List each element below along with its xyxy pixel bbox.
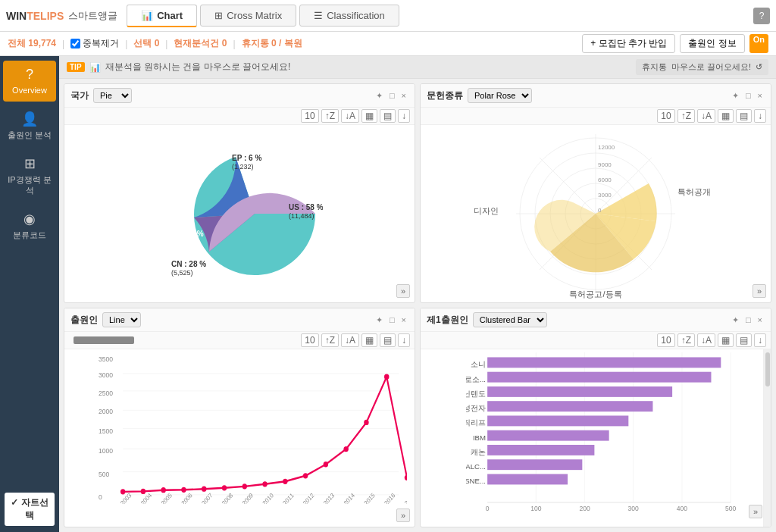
top-applicant-download-icon[interactable]: ↓ [754, 333, 766, 347]
dp-2008 [222, 485, 227, 490]
applicant-sort-desc[interactable]: ↓A [341, 333, 359, 347]
dp-2009 [242, 483, 247, 489]
tab-chart[interactable]: 📊 Chart [127, 5, 197, 27]
rest-count: 0 [271, 38, 277, 49]
rest-label: 휴지통 [242, 38, 269, 49]
applicant-settings-icon[interactable]: ✦ [374, 315, 385, 326]
applicant-chart-type-select[interactable]: Line Bar Pie [102, 312, 141, 327]
country-table-icon[interactable]: ▤ [380, 109, 396, 123]
tab-cross-matrix[interactable]: ⊞ Cross Matrix [200, 5, 296, 27]
doctype-num10-icon[interactable]: 10 [657, 109, 674, 123]
sidebar-ip-label: IP경쟁력 분석 [6, 175, 53, 195]
tab-classification[interactable]: ☰ Classification [299, 5, 399, 27]
chart-select-button[interactable]: ✓ 자트선택 [5, 493, 55, 526]
x-2015: 2015 [363, 491, 377, 504]
dedup-checkbox[interactable]: 중복제거 [70, 37, 119, 50]
classify-icon: ◉ [23, 211, 36, 227]
top-applicant-chart-icon[interactable]: ▦ [718, 333, 734, 347]
country-expand-button[interactable]: » [396, 284, 410, 298]
applicant-info-button[interactable]: 출원인 정보 [680, 34, 744, 53]
applicant-panel-body: 0 500 1000 1500 2000 2500 3000 3500 [64, 349, 415, 527]
x-500: 500 [725, 505, 737, 512]
dedup-check[interactable] [70, 39, 80, 49]
country-window-icon[interactable]: □ [387, 90, 397, 101]
top-applicant-sort-desc[interactable]: ↓A [697, 333, 715, 347]
bar-label-nintendo: 닌텐도 [466, 390, 486, 398]
applicant-window-icon[interactable]: □ [387, 315, 397, 325]
doctype-sort-asc[interactable]: ↑Z [677, 109, 695, 123]
bar-samsung [487, 401, 652, 412]
polar-patent-open-label: 특허공개 [677, 187, 711, 196]
dp-2006 [181, 487, 186, 493]
top-applicant-num10-icon[interactable]: 10 [657, 333, 674, 347]
sidebar-item-overview[interactable]: ? Overview [3, 61, 56, 102]
bar-qualc [487, 459, 582, 470]
nav-tabs: 📊 Chart ⊞ Cross Matrix ☰ Classification [127, 5, 753, 27]
doctype-table-icon[interactable]: ▤ [736, 109, 752, 123]
refresh-icon[interactable]: ↺ [756, 62, 762, 72]
add-group-button[interactable]: + 모집단 추가 반입 [582, 34, 675, 53]
applicant-chart-icon[interactable]: ▦ [361, 333, 377, 347]
top-applicant-chart-type-select[interactable]: Clustered Bar Bar Line [473, 312, 547, 327]
chart-tab-label: Chart [157, 10, 183, 21]
doctype-chart-type-select[interactable]: Polar Rose Bar Line [468, 88, 532, 103]
y-2500: 2500 [99, 389, 113, 397]
applicant-close-icon[interactable]: × [399, 315, 408, 325]
applicant-sort-asc[interactable]: ↑Z [321, 333, 339, 347]
country-num10-icon[interactable]: 10 [301, 109, 318, 123]
us-label: US : 58 % [289, 203, 323, 211]
help-button[interactable]: ? [753, 8, 770, 24]
country-download-icon[interactable]: ↓ [398, 109, 410, 123]
x-2013: 2013 [322, 491, 336, 504]
analysis-label: 현재분석건 [174, 38, 219, 49]
logo-smart: 스마트앵글 [68, 9, 117, 23]
dp-2016 [384, 374, 389, 380]
top-applicant-expand-button[interactable]: » [749, 505, 762, 518]
doctype-close-icon[interactable]: × [756, 90, 765, 101]
applicant-num10-icon[interactable]: 10 [301, 333, 318, 347]
top-applicant-table-icon[interactable]: ▤ [736, 333, 752, 347]
applicant-table-icon[interactable]: ▤ [380, 333, 396, 347]
country-settings-icon[interactable]: ✦ [374, 90, 385, 102]
sidebar-item-applicant[interactable]: 👤 출원인 분석 [3, 105, 56, 146]
bar-label-sony: 소니 [471, 360, 486, 368]
top-applicant-window-icon[interactable]: □ [743, 315, 753, 325]
top-applicant-scrollbar[interactable] [763, 349, 771, 527]
x-2010: 2010 [261, 491, 275, 504]
sidebar-item-classify[interactable]: ◉ 분류코드 [3, 205, 56, 246]
applicant-download-icon[interactable]: ↓ [398, 333, 410, 347]
country-sort-asc[interactable]: ↑Z [321, 109, 339, 123]
country-chart-type-select[interactable]: Pie Bar Line [93, 88, 132, 103]
bar-sony [487, 357, 721, 368]
top-applicant-panel-body: 0 100 200 300 400 500 [421, 349, 771, 527]
sidebar: ? Overview 👤 출원인 분석 ⊞ IP경쟁력 분석 ◉ 분류코드 ✓ … [0, 56, 59, 532]
top-applicant-sort-asc[interactable]: ↑Z [677, 333, 695, 347]
rest-info: 휴지통 0 / 복원 [242, 37, 302, 50]
doctype-chart-icon[interactable]: ▦ [718, 109, 734, 123]
classification-icon: ☰ [314, 10, 323, 21]
scroll-thumb[interactable] [765, 352, 770, 386]
country-close-icon[interactable]: × [399, 90, 408, 101]
doctype-download-icon[interactable]: ↓ [754, 109, 766, 123]
doctype-sort-desc[interactable]: ↓A [697, 109, 715, 123]
polar-design-label: 디자인 [474, 206, 499, 215]
bar-label-samsung: 삼성전자 [466, 404, 486, 412]
country-sort-desc[interactable]: ↓A [341, 109, 359, 123]
country-chart-icon[interactable]: ▦ [361, 109, 377, 123]
top-applicant-settings-icon[interactable]: ✦ [730, 315, 741, 326]
bar-label-disney: DISNE... [466, 477, 486, 485]
applicant-expand-button[interactable]: » [396, 509, 410, 522]
dp-2015 [364, 420, 368, 425]
kr-count: (1,533) [173, 239, 195, 246]
country-pie-chart: US : 58 % (11,484) CN : 28 % (5,525) KR … [64, 125, 415, 302]
applicant-panel-controls: ✦ □ × [374, 315, 408, 326]
top-applicant-close-icon[interactable]: × [756, 315, 765, 325]
classification-label: Classification [327, 10, 385, 21]
restore-label: 복원 [284, 38, 302, 49]
doctype-expand-button[interactable]: » [753, 284, 766, 298]
sidebar-item-ip[interactable]: ⊞ IP경쟁력 분석 [3, 149, 56, 201]
dp-2017 [405, 475, 407, 480]
doctype-window-icon[interactable]: □ [743, 90, 753, 101]
dp-2010 [262, 481, 267, 487]
doctype-settings-icon[interactable]: ✦ [730, 90, 741, 102]
